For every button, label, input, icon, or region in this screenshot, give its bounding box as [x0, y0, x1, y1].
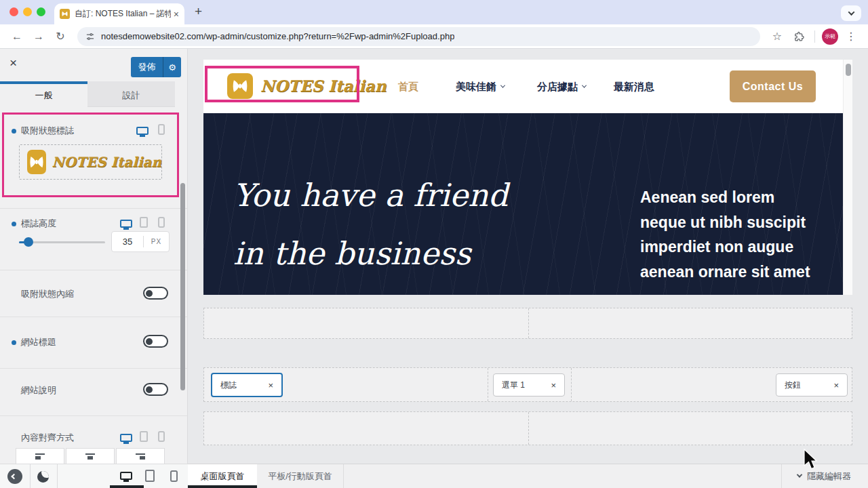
- chevron-down-icon: [582, 83, 587, 87]
- new-tab-button[interactable]: +: [195, 4, 202, 19]
- logo-height-slider-handle[interactable]: [24, 237, 33, 247]
- site-tagline-toggle[interactable]: [143, 383, 168, 396]
- hide-editor-button[interactable]: 隱藏編輯器: [797, 464, 851, 488]
- builder-chip-menu[interactable]: 選單 1 ×: [493, 373, 565, 396]
- preview-desktop-button[interactable]: [120, 470, 132, 483]
- window-chevron-button[interactable]: [841, 5, 861, 21]
- desktop-icon[interactable]: [120, 432, 132, 445]
- url-text: notesdemowebsite02.com/wp-admin/customiz…: [101, 31, 454, 41]
- hero-script-line2: in the business: [233, 235, 471, 272]
- window-minimize-button[interactable]: [23, 7, 32, 16]
- desktop-icon[interactable]: [120, 218, 132, 230]
- profile-avatar[interactable]: 示範: [822, 28, 838, 45]
- nav-home-label: 首頁: [398, 81, 418, 94]
- builder-row-bottom[interactable]: [203, 411, 852, 445]
- site-settings-icon[interactable]: [85, 32, 95, 41]
- bookmark-star-icon[interactable]: ☆: [768, 30, 786, 43]
- chip-label: 按鈕: [785, 380, 801, 391]
- content-align-label: 內容對齊方式: [21, 432, 74, 444]
- align-center-button[interactable]: [66, 448, 115, 464]
- preview-area: NOTES Italian 首頁 美味佳餚 分店據點 最新消息 Contact …: [188, 49, 868, 464]
- nav-news[interactable]: 最新消息: [614, 81, 654, 94]
- reload-button[interactable]: ↻: [52, 30, 69, 43]
- window-close-button[interactable]: [9, 7, 18, 16]
- builder-chip-logo[interactable]: 標誌 ×: [211, 373, 283, 397]
- extensions-icon[interactable]: [790, 30, 808, 42]
- site-header: NOTES Italian 首頁 美味佳餚 分店據點 最新消息 Contact …: [203, 60, 843, 113]
- mobile-icon[interactable]: [158, 124, 165, 138]
- sidebar-footer: [0, 464, 188, 488]
- tab-close-icon[interactable]: ×: [174, 9, 179, 20]
- hero-script-line1: You have a friend: [233, 177, 508, 214]
- align-left-button[interactable]: [16, 448, 64, 464]
- chevron-down-icon: [797, 472, 802, 477]
- sidebar-tabs: 一般 設計: [0, 81, 175, 107]
- builder-cell-divider: [528, 308, 529, 338]
- chip-label: 標誌: [220, 380, 237, 391]
- modified-dot: [12, 340, 16, 345]
- preview-mobile-button[interactable]: [170, 470, 178, 485]
- publish-button[interactable]: 發佈: [131, 57, 163, 77]
- footer-divider: [57, 464, 58, 488]
- builder-row-main[interactable]: 標誌 × 選單 1 × 按鈕 ×: [203, 367, 852, 402]
- sidebar-logo-text: NOTES Italian: [52, 154, 161, 170]
- sidebar-scrollbar[interactable]: [180, 183, 185, 390]
- builder-cell-divider: [528, 412, 529, 445]
- nav-locations[interactable]: 分店據點: [537, 81, 586, 94]
- hero-paragraph-line: aenean ornare sit amet: [640, 260, 810, 285]
- contact-us-button[interactable]: Contact Us: [730, 70, 816, 102]
- site-logo-text[interactable]: NOTES Italian: [260, 77, 387, 95]
- nav-home[interactable]: 首頁: [398, 81, 418, 94]
- modified-dot: [12, 129, 16, 134]
- site-title-toggle[interactable]: [143, 335, 168, 348]
- hero-paragraph-line: imperdiet non augue: [640, 235, 810, 260]
- preview-tablet-button[interactable]: [145, 470, 155, 485]
- logo-height-value-box: PX: [111, 231, 170, 252]
- customizer-close-button[interactable]: ×: [9, 56, 17, 70]
- chip-remove-icon[interactable]: ×: [268, 380, 273, 390]
- modified-dot: [12, 222, 16, 226]
- tab-mobile-header-label: 平板/行動版頁首: [268, 470, 332, 483]
- browser-menu-icon[interactable]: ⋮: [842, 30, 860, 43]
- builder-row-top[interactable]: [203, 308, 852, 339]
- mobile-icon[interactable]: [158, 431, 165, 445]
- mobile-icon[interactable]: [158, 217, 165, 230]
- tab-design[interactable]: 設計: [87, 81, 175, 106]
- chip-remove-icon[interactable]: ×: [833, 380, 839, 390]
- logo-bowtie-icon: [27, 150, 46, 174]
- hide-editor-label: 隱藏編輯器: [807, 470, 851, 483]
- browser-toolbar: ← → ↻ notesdemowebsite02.com/wp-admin/cu…: [0, 24, 868, 49]
- collapse-sidebar-button[interactable]: [7, 469, 22, 484]
- back-button[interactable]: ←: [8, 30, 26, 43]
- window-zoom-button[interactable]: [37, 7, 45, 16]
- forward-button[interactable]: →: [30, 30, 47, 43]
- browser-tab[interactable]: 自訂: NOTES Italian – 諾特斯 ×: [54, 3, 184, 24]
- desktop-icon[interactable]: [136, 125, 149, 138]
- sticky-logo-preview[interactable]: NOTES Italian: [19, 144, 162, 180]
- tab-desktop-header[interactable]: 桌面版頁首: [188, 464, 257, 488]
- sticky-shrink-toggle[interactable]: [143, 287, 168, 300]
- tab-title: 自訂: NOTES Italian – 諾特斯: [75, 8, 171, 20]
- customizer-sidebar: × 發佈 ⚙ 一般 設計 吸附狀態標誌 NOTES Italian 標誌高度: [0, 49, 188, 464]
- builder-chip-button[interactable]: 按鈕 ×: [776, 373, 848, 396]
- publish-settings-gear-icon[interactable]: ⚙: [163, 57, 181, 77]
- tablet-icon[interactable]: [140, 431, 148, 445]
- publish-button-group: 發佈 ⚙: [131, 57, 181, 77]
- tablet-icon[interactable]: [140, 217, 148, 230]
- chevron-down-icon: [848, 9, 854, 16]
- tab-mobile-header[interactable]: 平板/行動版頁首: [257, 464, 343, 488]
- tab-general[interactable]: 一般: [0, 81, 87, 107]
- logo-height-input[interactable]: [112, 237, 143, 247]
- toolbar-divider: [814, 30, 815, 43]
- dark-mode-moon-icon[interactable]: [37, 471, 49, 483]
- chip-remove-icon[interactable]: ×: [551, 380, 556, 390]
- builder-cell-divider: [488, 368, 488, 401]
- preview-scrollbar-track[interactable]: [843, 60, 852, 295]
- tab-desktop-header-label: 桌面版頁首: [201, 470, 245, 483]
- nav-cuisine[interactable]: 美味佳餚: [456, 81, 505, 94]
- site-favicon-icon: [60, 9, 70, 19]
- url-bar[interactable]: notesdemowebsite02.com/wp-admin/customiz…: [77, 27, 760, 46]
- align-right-button[interactable]: [116, 448, 165, 464]
- site-logo-bowtie-icon[interactable]: [227, 73, 253, 99]
- preview-scrollbar-thumb[interactable]: [846, 64, 851, 76]
